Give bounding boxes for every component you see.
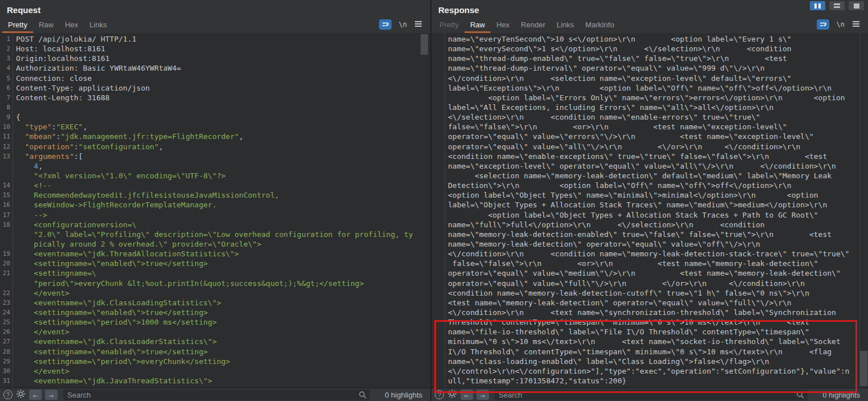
line-number — [431, 171, 445, 181]
search-settings-gear-icon[interactable] — [447, 389, 457, 401]
tab-hex[interactable]: Hex — [59, 17, 84, 33]
line-number: 14 — [0, 181, 13, 190]
response-view-icons: \n — [817, 19, 860, 30]
code-line: name=\"everySecond\">1 s<\/option>\r\n <… — [431, 44, 859, 54]
code-line: 1POST /api/jolokia/ HTTP/1.1 — [0, 34, 421, 44]
code-line: 31 <eventname=\"jdk.JavaThreadStatistics… — [0, 376, 421, 386]
search-icon[interactable] — [796, 391, 804, 401]
line-number — [431, 142, 445, 152]
code-line: 23 <eventname=\"jdk.ClassLoadingStatisti… — [0, 298, 421, 308]
newline-toggle[interactable]: \n — [837, 21, 845, 28]
code-line: name=\"memory-leak-detection\" operator=… — [431, 239, 859, 249]
newline-toggle[interactable]: \n — [399, 21, 407, 28]
code-line: "<?xml version=\"1.0\" encoding=\"UTF-8\… — [0, 171, 421, 181]
line-number — [431, 34, 445, 44]
search-prev-button[interactable]: ← — [29, 390, 42, 400]
code-line: <option label=\"Object Types + Allocatio… — [431, 210, 859, 220]
tab-links[interactable]: Links — [84, 17, 112, 33]
response-tabbar: PrettyRawHexRenderLinksMarkInfo — [434, 17, 817, 33]
line-number — [431, 44, 445, 54]
panel-divider[interactable] — [430, 0, 431, 401]
tab-raw[interactable]: Raw — [464, 17, 491, 33]
request-scrollbar-thumb[interactable] — [421, 34, 428, 55]
line-number: 6 — [0, 83, 13, 93]
code-line: 15 Recommendedwaytoedit.jfcfilesistouseJ… — [0, 190, 421, 200]
request-panel: Request PrettyRawHexLinks \n 1POST /api/… — [0, 0, 430, 401]
line-number — [0, 279, 13, 288]
code-line: 4Authorization: Basic YWRtaW46YWRtaW4= — [0, 63, 421, 73]
line-number: 28 — [0, 347, 13, 357]
tab-pretty[interactable]: Pretty — [2, 17, 33, 33]
word-wrap-icon[interactable] — [379, 19, 392, 30]
tab-render[interactable]: Render — [515, 17, 551, 33]
tab-markinfo[interactable]: MarkInfo — [580, 17, 620, 33]
help-icon[interactable]: ? — [435, 390, 444, 399]
line-number: 11 — [0, 132, 13, 141]
code-line: 27 <eventname=\"jdk.ClassLoaderStatistic… — [0, 337, 421, 346]
response-panel-title: Response — [438, 5, 479, 15]
line-number — [431, 161, 445, 171]
code-line: <\/condition>\r\n <condition name=\"memo… — [431, 249, 859, 259]
search-icon[interactable] — [358, 391, 366, 401]
search-prev-button[interactable]: ← — [461, 390, 473, 400]
line-number: 17 — [0, 210, 13, 220]
menu-icon[interactable] — [852, 19, 860, 30]
code-line: 22 </event> — [0, 288, 421, 298]
code-line: 2Host: localhost:8161 — [0, 44, 421, 54]
line-number — [431, 200, 445, 210]
tab-raw[interactable]: Raw — [33, 17, 59, 33]
single-layout-icon[interactable] — [849, 1, 864, 10]
code-line: name=\"everyTenSecond\">10 s<\/option>\r… — [431, 34, 859, 44]
tab-pretty[interactable]: Pretty — [434, 17, 464, 33]
code-line: 14 <!-- — [0, 181, 421, 190]
line-number — [431, 210, 445, 220]
code-line: Detection\">\r\n <option label=\"Off\" n… — [431, 181, 859, 190]
response-editor[interactable]: name=\"everyTenSecond\">10 s<\/option>\r… — [431, 33, 868, 387]
line-number — [431, 220, 445, 230]
code-line: <\/condition>\r\n <text name=\"synchroni… — [431, 308, 859, 317]
code-line: 28 <settingname=\"enabled\">true</settin… — [0, 347, 421, 357]
response-scrollbar-thumb[interactable] — [860, 351, 867, 386]
search-settings-gear-icon[interactable] — [16, 389, 26, 401]
code-line: name=\"thread-dump-interval\" operator=\… — [431, 63, 859, 73]
columns-layout-icon[interactable] — [810, 1, 825, 10]
code-line: label=\"Object Types + Allocation Stack … — [431, 200, 859, 210]
search-input[interactable] — [495, 390, 808, 400]
code-line: 30 </event> — [0, 366, 421, 376]
code-line: 25 <settingname=\"period\">1000 ms</sett… — [0, 317, 421, 327]
menu-icon[interactable] — [414, 19, 422, 30]
rows-layout-icon[interactable] — [829, 1, 845, 10]
highlights-count: 0 highlights — [385, 391, 422, 399]
line-number — [431, 63, 445, 73]
line-number — [431, 239, 445, 249]
line-number — [431, 308, 445, 317]
code-line: operator=\"equal\" value=\"full\"\/>\r\n… — [431, 279, 859, 288]
line-number — [431, 298, 445, 308]
line-number — [431, 357, 445, 366]
line-number: 21 — [0, 268, 13, 278]
line-number — [431, 132, 445, 141]
tab-hex[interactable]: Hex — [491, 17, 515, 33]
code-line: 17 --> — [0, 210, 421, 220]
code-line: 19 <eventname=\"jdk.ThreadAllocationStat… — [0, 249, 421, 259]
line-number — [431, 327, 445, 337]
word-wrap-icon[interactable] — [817, 19, 829, 30]
line-number — [431, 230, 445, 239]
code-line: 7Content-Length: 31688 — [0, 93, 421, 103]
line-number — [431, 376, 445, 386]
code-line: name=\"memory-leak-detection-enabled\" t… — [431, 230, 859, 239]
code-line: 11 "mbean":"jdk.management.jfr:type=Flig… — [0, 132, 421, 141]
scrollbar-track-divider — [859, 33, 860, 387]
line-number: 25 — [0, 317, 13, 327]
line-number — [431, 83, 445, 93]
code-line: "2.0\" label=\"Profiling\" description=\… — [0, 230, 421, 239]
search-next-button[interactable]: → — [476, 390, 489, 400]
request-editor[interactable]: 1POST /api/jolokia/ HTTP/1.12Host: local… — [0, 33, 430, 387]
code-line: operator=\"equal\" value=\"errors\"\/>\r… — [431, 132, 859, 141]
search-input[interactable] — [63, 390, 370, 400]
highlights-count: 0 highlights — [822, 391, 860, 399]
help-icon[interactable]: ? — [3, 390, 13, 399]
tab-links[interactable]: Links — [551, 17, 580, 33]
request-search-field-wrap — [63, 390, 370, 400]
search-next-button[interactable]: → — [45, 390, 58, 400]
